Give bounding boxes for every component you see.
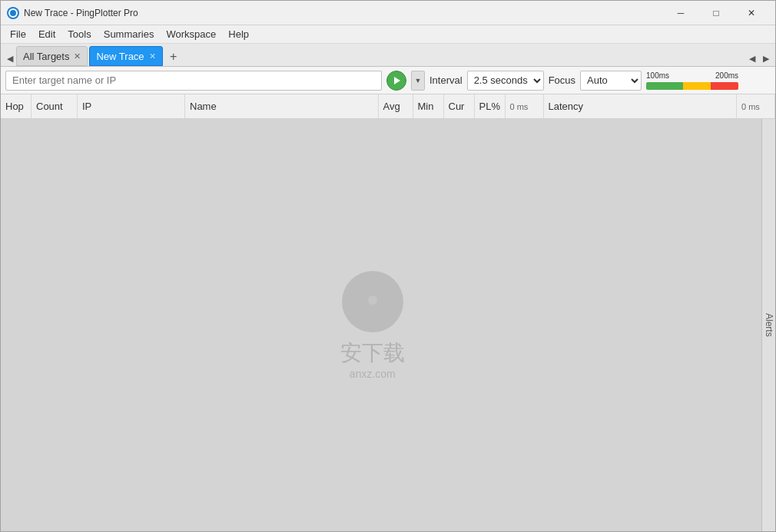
- tab-bar: ◀ All Targets ✕ New Trace ✕ + ◀ ▶: [1, 44, 775, 67]
- latency-green: [646, 82, 683, 90]
- watermark-text: 安下载: [340, 339, 405, 368]
- tab-new-trace[interactable]: New Trace ✕: [89, 46, 162, 66]
- menu-item-edit[interactable]: Edit: [32, 27, 61, 41]
- watermark-icon: [342, 271, 403, 332]
- tab-add-button[interactable]: +: [164, 48, 183, 66]
- col-hop: Hop: [1, 94, 32, 118]
- tab-new-trace-close[interactable]: ✕: [149, 52, 156, 61]
- tab-all-targets-label: All Targets: [23, 51, 69, 62]
- window-controls: ─ □ ✕: [663, 1, 769, 25]
- interval-select[interactable]: 0.5 seconds1 second2.5 seconds5 seconds1…: [467, 71, 544, 91]
- tab-all-targets[interactable]: All Targets ✕: [16, 46, 88, 66]
- latency-yellow: [683, 82, 711, 90]
- application-window: New Trace - PingPlotter Pro ─ □ ✕ FileEd…: [0, 0, 776, 532]
- menu-item-summaries[interactable]: Summaries: [98, 27, 161, 41]
- latency-bar: [646, 82, 738, 90]
- focus-select[interactable]: AutoLast HourLast Day: [580, 71, 642, 91]
- latency-bar-container: 100ms 200ms: [646, 71, 746, 91]
- play-button[interactable]: [386, 71, 406, 91]
- toolbar: ▼ Interval 0.5 seconds1 second2.5 second…: [1, 67, 775, 94]
- col-min: Min: [413, 94, 444, 118]
- menu-bar: FileEditToolsSummariesWorkspaceHelp: [1, 25, 775, 44]
- col-latency-end: 0 ms: [737, 94, 775, 118]
- maximize-button[interactable]: □: [698, 1, 734, 25]
- col-name: Name: [185, 94, 379, 118]
- tab-scroll-left[interactable]: ◀: [746, 51, 758, 66]
- latency-label-200: 200ms: [715, 71, 738, 80]
- focus-label: Focus: [549, 74, 575, 86]
- col-avg: Avg: [379, 94, 413, 118]
- tab-new-trace-label: New Trace: [96, 51, 144, 62]
- interval-label: Interval: [429, 74, 463, 86]
- menu-item-file[interactable]: File: [4, 27, 32, 41]
- col-ip: IP: [78, 94, 185, 118]
- col-count: Count: [32, 94, 78, 118]
- tab-nav-right: ◀ ▶: [746, 51, 772, 66]
- latency-red: [711, 82, 738, 90]
- table-header: Hop Count IP Name Avg Min Cur PL% 0 ms L…: [1, 94, 775, 119]
- tab-all-targets-close[interactable]: ✕: [74, 52, 81, 61]
- play-dropdown[interactable]: ▼: [411, 71, 425, 91]
- close-button[interactable]: ✕: [734, 1, 769, 25]
- target-input[interactable]: [5, 71, 382, 91]
- tab-nav-left[interactable]: ◀: [4, 51, 16, 66]
- alerts-label: Alerts: [764, 313, 774, 337]
- menu-item-workspace[interactable]: Workspace: [160, 27, 222, 41]
- title-bar: New Trace - PingPlotter Pro ─ □ ✕: [1, 1, 775, 25]
- watermark-url: anxz.com: [350, 368, 396, 380]
- menu-item-help[interactable]: Help: [222, 27, 255, 41]
- app-icon: [7, 7, 19, 19]
- col-pl: PL%: [475, 94, 506, 118]
- col-cur: Cur: [444, 94, 475, 118]
- minimize-button[interactable]: ─: [663, 1, 698, 25]
- col-latency: Latency: [544, 94, 738, 118]
- tab-scroll-right[interactable]: ▶: [760, 51, 772, 66]
- latency-labels: 100ms 200ms: [646, 71, 738, 80]
- watermark: 安下载 anxz.com: [340, 271, 405, 380]
- content-body: 安下载 anxz.com: [1, 119, 775, 531]
- svg-point-0: [368, 296, 377, 305]
- col-0ms: 0 ms: [506, 94, 544, 118]
- latency-label-100: 100ms: [646, 71, 669, 80]
- menu-item-tools[interactable]: Tools: [61, 27, 97, 41]
- alerts-sidebar[interactable]: Alerts: [761, 119, 775, 531]
- window-title: New Trace - PingPlotter Pro: [24, 8, 663, 18]
